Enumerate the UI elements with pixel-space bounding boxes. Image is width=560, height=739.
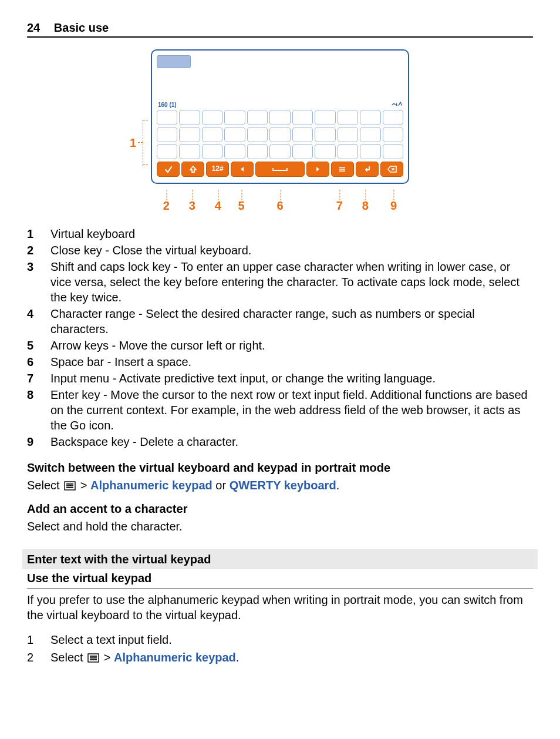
svg-rect-4 — [66, 483, 73, 485]
keypad-subhead: Use the virtual keypad — [27, 569, 533, 589]
keypad-section-band: Enter text with the virtual keypad — [22, 549, 538, 569]
arrow-left-key — [231, 162, 254, 177]
keyboard-diagram: 1 160 (1) — [27, 49, 533, 212]
callout-1: 1 — [130, 135, 136, 150]
accent-heading: Add an accent to a character — [27, 501, 533, 516]
keypad-steps: 1 Select a text input field. 2 Select > … — [27, 632, 533, 665]
svg-rect-2 — [339, 170, 345, 172]
shift-key — [181, 162, 204, 177]
keypad-intro: If you prefer to use the alphanumeric ke… — [27, 592, 533, 623]
switch-heading: Switch between the virtual keyboard and … — [27, 460, 533, 475]
svg-rect-8 — [90, 656, 97, 657]
input-menu-key — [331, 162, 354, 177]
switch-instruction: Select > Alphanumeric keypad or QWERTY k… — [27, 478, 533, 493]
page-number: 24 — [27, 21, 40, 34]
callout-1-brace — [143, 120, 143, 166]
enter-key — [356, 162, 379, 177]
sms-counter: 160 (1) — [158, 101, 177, 109]
arrow-right-key — [306, 162, 329, 177]
keyboard-legend: 1Virtual keyboard 2Close key - Close the… — [27, 226, 533, 449]
section-title: Basic use — [54, 21, 109, 34]
svg-rect-5 — [66, 485, 73, 486]
svg-rect-6 — [66, 487, 73, 488]
accent-body: Select and hold the character. — [27, 519, 533, 534]
letter-keys — [157, 110, 403, 159]
svg-rect-9 — [90, 657, 97, 659]
char-range-key: 12# — [206, 162, 229, 177]
predictive-icon — [392, 101, 402, 109]
svg-rect-1 — [339, 169, 345, 170]
svg-rect-0 — [339, 167, 345, 168]
menu-icon — [64, 481, 76, 491]
page-header: 24 Basic use — [27, 20, 533, 38]
space-key — [255, 162, 305, 177]
close-key — [157, 162, 180, 177]
backspace-key — [380, 162, 403, 177]
menu-icon — [87, 653, 99, 663]
phone-frame: 160 (1) 12# — [151, 49, 409, 184]
text-field-preview — [157, 55, 191, 68]
function-keys: 12# — [157, 162, 403, 177]
svg-rect-10 — [90, 659, 97, 660]
bottom-callouts: 2 3 4 5 6 7 8 9 — [151, 185, 409, 212]
